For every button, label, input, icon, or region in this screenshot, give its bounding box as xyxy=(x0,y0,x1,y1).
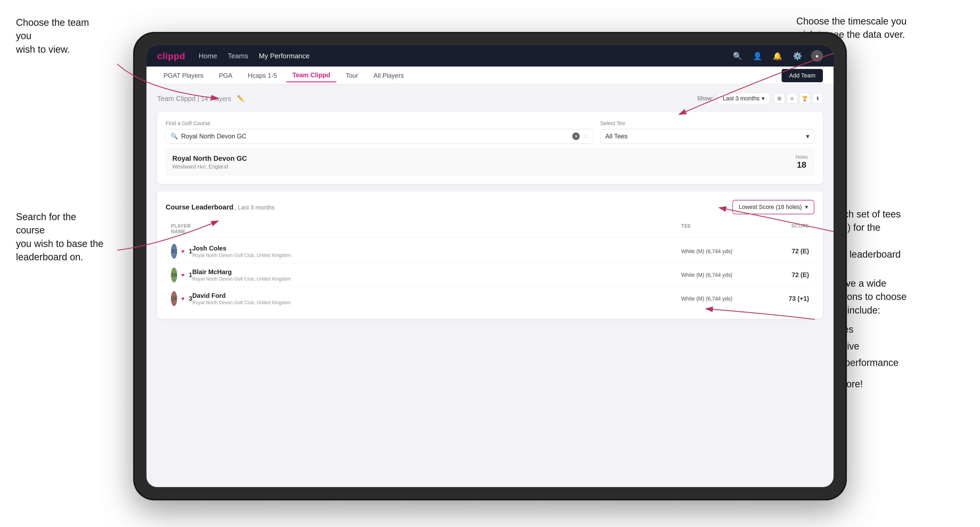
course-search-wrapper: 🔍 ✕ ☆ xyxy=(165,129,594,143)
nav-teams[interactable]: Teams xyxy=(228,52,248,60)
heart-icon-1: ♥ xyxy=(181,248,185,254)
annotation-top-left: Choose the team you wish to view. xyxy=(16,16,107,56)
col-empty xyxy=(192,223,681,235)
annotation-tl-line2: wish to view. xyxy=(16,44,70,55)
course-search-input[interactable] xyxy=(181,133,569,140)
col-tee-label: TEE xyxy=(681,223,761,235)
ipad-screen: clippd Home Teams My Performance 🔍 👤 🔔 ⚙… xyxy=(146,45,834,487)
course-result-name: Royal North Devon GC xyxy=(172,154,247,163)
table-row: JC ♥ 1 Josh Coles Royal North Devon Golf… xyxy=(165,240,815,263)
show-controls: Show: Last 3 months ▾ ⊞ ≡ 🏆 ⬇ xyxy=(697,93,823,104)
score-badge-1: 72 (E) xyxy=(761,248,809,255)
search-icon: 🔍 xyxy=(171,133,178,140)
sub-nav: PGAT Players PGA Hcaps 1-5 Team Clippd T… xyxy=(146,67,834,85)
team-header: Team Clippd | 14 Players ✏️ Show: Last 3… xyxy=(157,93,823,104)
team-title: Team Clippd | 14 Players xyxy=(157,94,231,103)
nav-links: Home Teams My Performance xyxy=(199,52,718,60)
list-view-btn[interactable]: ≡ xyxy=(787,93,797,104)
sub-nav-hcaps[interactable]: Hcaps 1-5 xyxy=(242,69,283,82)
main-content: Team Clippd | 14 Players ✏️ Show: Last 3… xyxy=(146,85,834,487)
download-btn[interactable]: ⬇ xyxy=(812,93,823,104)
course-search-card: Find a Golf Course 🔍 ✕ ☆ Select Tee All … xyxy=(157,112,823,184)
person-icon-btn[interactable]: 👤 xyxy=(751,50,764,62)
user-avatar[interactable]: ● xyxy=(811,50,823,62)
app-logo: clippd xyxy=(157,51,185,61)
course-result-row: Royal North Devon GC Westward Ho!, Engla… xyxy=(165,149,815,175)
select-tee-label: Select Tee xyxy=(600,120,815,126)
sub-nav-pgat[interactable]: PGAT Players xyxy=(157,69,210,82)
player-name-3: David Ford xyxy=(192,292,681,300)
col-player-label: PLAYER NAME xyxy=(171,223,192,235)
leaderboard-table: PLAYER NAME TEE SCORE JC ♥ 1 Josh xyxy=(165,221,815,310)
leaderboard-subtitle: , Last 3 months xyxy=(235,204,275,211)
search-row: Find a Golf Course 🔍 ✕ ☆ Select Tee All … xyxy=(165,120,815,143)
nav-my-performance[interactable]: My Performance xyxy=(259,52,310,60)
annotation-ml-line2: you wish to base the xyxy=(16,238,103,249)
show-label: Show: xyxy=(697,95,713,102)
select-tee-group: Select Tee All Tees ▾ xyxy=(600,120,815,143)
sub-nav-all-players[interactable]: All Players xyxy=(367,69,410,82)
find-course-label: Find a Golf Course xyxy=(165,120,594,126)
player-info-3: David Ford Royal North Devon Golf Club, … xyxy=(192,292,681,306)
player-rank-2: BM ♥ 1 xyxy=(171,268,192,283)
sub-nav-team-clippd[interactable]: Team Clippd xyxy=(286,69,337,82)
player-club-2: Royal North Devon Golf Club, United King… xyxy=(192,276,681,282)
add-team-button[interactable]: Add Team xyxy=(781,69,823,82)
player-avatar-3: DF xyxy=(171,291,177,306)
grid-view-btn[interactable]: ⊞ xyxy=(774,93,784,104)
player-avatar-2: BM xyxy=(171,268,177,283)
player-info-2: Blair McHarg Royal North Devon Golf Club… xyxy=(192,268,681,282)
rank-num-3: 3 xyxy=(189,295,192,302)
sub-nav-pga[interactable]: PGA xyxy=(213,69,239,82)
tee-info-2: White (M) (6,744 yds) xyxy=(681,272,761,278)
holes-badge: Holes 18 xyxy=(795,154,808,170)
player-name-1: Josh Coles xyxy=(192,244,681,252)
search-icon-btn[interactable]: 🔍 xyxy=(731,50,744,62)
table-row: DF ♥ 3 David Ford Royal North Devon Golf… xyxy=(165,287,815,310)
tee-dropdown[interactable]: All Tees ▾ xyxy=(600,129,815,143)
table-header: PLAYER NAME TEE SCORE xyxy=(165,221,815,237)
holes-count: 18 xyxy=(795,160,808,170)
leaderboard-header: Course Leaderboard , Last 3 months Lowes… xyxy=(165,200,815,214)
bell-icon-btn[interactable]: 🔔 xyxy=(771,50,784,62)
search-clear-button[interactable]: ✕ xyxy=(572,133,580,140)
player-rank-1: JC ♥ 1 xyxy=(171,244,192,259)
player-club-1: Royal North Devon Golf Club, United King… xyxy=(192,252,681,258)
leaderboard-card: Course Leaderboard , Last 3 months Lowes… xyxy=(157,191,823,319)
tee-info-1: White (M) (6,744 yds) xyxy=(681,248,761,254)
annotation-ml-line3: leaderboard on. xyxy=(16,252,83,262)
find-course-group: Find a Golf Course 🔍 ✕ ☆ xyxy=(165,120,594,143)
annotation-ml-line1: Search for the course xyxy=(16,211,76,236)
course-result-info: Royal North Devon GC Westward Ho!, Engla… xyxy=(172,154,247,170)
ipad-device: clippd Home Teams My Performance 🔍 👤 🔔 ⚙… xyxy=(133,32,847,500)
score-badge-3: 73 (+1) xyxy=(761,295,809,302)
sub-nav-tour[interactable]: Tour xyxy=(339,69,364,82)
trophy-view-btn[interactable]: 🏆 xyxy=(799,93,810,104)
player-info-1: Josh Coles Royal North Devon Golf Club, … xyxy=(192,244,681,258)
time-range-dropdown[interactable]: Last 3 months ▾ xyxy=(718,93,770,104)
rank-num-2: 1 xyxy=(189,271,192,279)
nav-home[interactable]: Home xyxy=(199,52,217,60)
nav-icons: 🔍 👤 🔔 ⚙️ ● xyxy=(731,50,823,62)
player-name-2: Blair McHarg xyxy=(192,268,681,276)
search-star-button[interactable]: ☆ xyxy=(583,133,589,140)
score-type-dropdown[interactable]: Lowest Score (18 holes) ▾ xyxy=(732,200,815,214)
annotation-tl-line1: Choose the team you xyxy=(16,17,89,41)
leaderboard-title: Course Leaderboard xyxy=(165,203,233,211)
app-navbar: clippd Home Teams My Performance 🔍 👤 🔔 ⚙… xyxy=(146,45,834,67)
annotation-mid-left: Search for the course you wish to base t… xyxy=(16,210,107,264)
heart-icon-3: ♥ xyxy=(181,296,185,302)
holes-label: Holes xyxy=(795,154,808,160)
table-row: BM ♥ 1 Blair McHarg Royal North Devon Go… xyxy=(165,263,815,287)
annotation-tr-line1: Choose the timescale you xyxy=(796,16,907,27)
player-club-3: Royal North Devon Golf Club, United King… xyxy=(192,300,681,306)
score-badge-2: 72 (E) xyxy=(761,271,809,279)
view-icons: ⊞ ≡ 🏆 ⬇ xyxy=(774,93,823,104)
settings-icon-btn[interactable]: ⚙️ xyxy=(791,50,804,62)
edit-team-icon[interactable]: ✏️ xyxy=(237,95,244,102)
rank-num-1: 1 xyxy=(189,248,192,255)
course-result-location: Westward Ho!, England xyxy=(172,163,247,170)
leaderboard-title-group: Course Leaderboard , Last 3 months xyxy=(165,203,275,211)
player-rank-3: DF ♥ 3 xyxy=(171,291,192,306)
player-avatar-1: JC xyxy=(171,244,177,259)
